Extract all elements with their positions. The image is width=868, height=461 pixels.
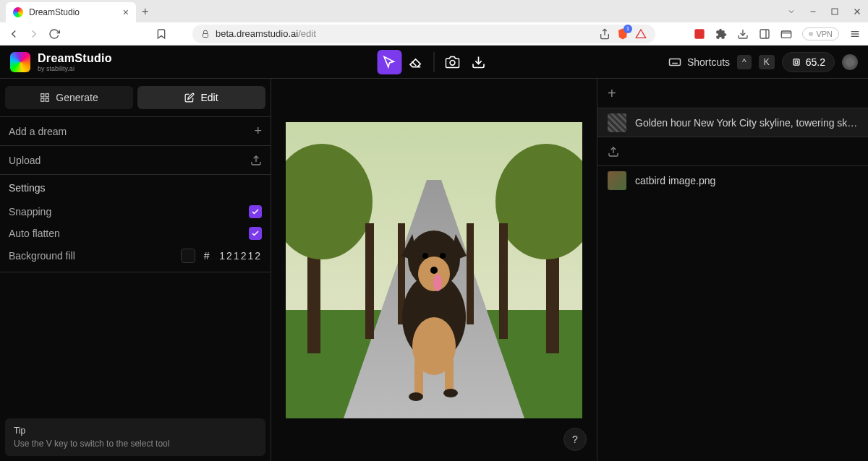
svg-point-47 — [422, 253, 428, 259]
kbd-ctrl: ^ — [737, 55, 752, 69]
app-logo — [10, 52, 30, 72]
canvas-area[interactable]: ? — [271, 79, 597, 461]
help-button[interactable]: ? — [563, 428, 587, 451]
address-bar[interactable]: beta.dreamstudio.ai/edit 1 — [192, 25, 655, 43]
vpn-status-dot — [809, 32, 813, 36]
svg-rect-6 — [695, 29, 705, 38]
minimize-icon[interactable] — [809, 7, 817, 16]
vpn-badge[interactable]: VPN — [802, 27, 839, 40]
svg-point-14 — [450, 60, 455, 65]
extensions-icon[interactable] — [715, 28, 727, 40]
lock-icon — [201, 30, 210, 38]
window-controls — [787, 7, 862, 17]
svg-rect-25 — [46, 94, 48, 97]
close-tab-icon[interactable]: × — [123, 7, 129, 18]
browser-toolbar: beta.dreamstudio.ai/edit 1 VPN — [0, 22, 868, 46]
add-dream-row[interactable]: Add a dream + — [0, 116, 271, 145]
hex-value: # 121212 — [204, 250, 262, 262]
shield-count-badge: 1 — [624, 25, 632, 33]
triangle-icon[interactable] — [635, 28, 647, 40]
svg-point-48 — [440, 253, 446, 259]
app-header: DreamStudio by stability.ai Shortcuts — [0, 46, 868, 79]
browser-tab[interactable]: DreamStudio × — [6, 2, 136, 22]
history-item-upload[interactable] — [597, 137, 868, 165]
download-tool[interactable] — [467, 50, 491, 74]
svg-point-49 — [430, 267, 438, 274]
svg-rect-22 — [793, 59, 799, 64]
back-button[interactable] — [7, 27, 20, 40]
auto-flatten-row: Auto flatten — [0, 223, 271, 244]
keyboard-icon — [668, 56, 681, 69]
user-avatar[interactable] — [842, 54, 858, 70]
upload-row[interactable]: Upload — [0, 145, 271, 174]
tip-box: Tip Use the V key to switch to the selec… — [5, 418, 265, 456]
bookmark-icon[interactable] — [155, 27, 168, 40]
select-tool[interactable] — [378, 50, 402, 74]
maximize-icon[interactable] — [830, 7, 839, 16]
forward-button[interactable] — [27, 27, 41, 40]
color-swatch[interactable] — [181, 249, 195, 263]
favicon — [13, 7, 23, 17]
right-sidebar: + Golden hour New York City skyline, tow… — [597, 79, 868, 461]
svg-rect-24 — [41, 94, 44, 97]
tip-text: Use the V key to switch to the select to… — [14, 439, 257, 449]
camera-tool[interactable] — [441, 50, 465, 74]
brave-shield-icon[interactable]: 1 — [616, 27, 629, 40]
canvas-image[interactable] — [286, 122, 582, 418]
new-tab-button[interactable]: + — [142, 5, 148, 18]
left-sidebar: Generate Edit Add a dream + Upload Setti… — [0, 79, 271, 461]
history-label: catbird image.png — [635, 175, 715, 186]
app-name: DreamStudio — [38, 52, 112, 65]
history-item[interactable]: Golden hour New York City skyline, tower… — [597, 108, 868, 137]
plus-icon: + — [254, 124, 262, 139]
eraser-tool[interactable] — [404, 50, 428, 74]
chip-icon — [791, 57, 801, 67]
grid-icon — [40, 92, 50, 103]
svg-rect-4 — [203, 33, 208, 37]
tab-edit[interactable]: Edit — [137, 86, 265, 109]
tab-title: DreamStudio — [29, 7, 117, 17]
svg-rect-1 — [832, 9, 838, 14]
history-thumb — [608, 113, 626, 132]
snapping-row: Snapping — [0, 201, 271, 223]
svg-rect-39 — [467, 223, 474, 324]
svg-rect-26 — [41, 98, 44, 101]
add-history-button[interactable]: + — [608, 85, 616, 102]
kbd-k: K — [759, 55, 775, 69]
svg-rect-10 — [782, 31, 791, 38]
svg-rect-8 — [760, 30, 769, 38]
close-window-icon[interactable] — [852, 7, 862, 17]
auto-flatten-toggle[interactable] — [249, 227, 262, 240]
svg-rect-16 — [669, 59, 680, 65]
todoist-icon[interactable] — [694, 28, 705, 40]
sidebar-icon[interactable] — [759, 28, 770, 40]
share-icon[interactable] — [599, 28, 610, 40]
right-sidebar-header: + — [597, 79, 868, 108]
history-thumb — [608, 171, 626, 190]
app-root: DreamStudio by stability.ai Shortcuts — [0, 46, 868, 461]
settings-title: Settings — [0, 174, 271, 201]
svg-rect-27 — [46, 98, 48, 101]
history-item[interactable]: catbird image.png — [597, 165, 868, 194]
reload-button[interactable] — [48, 27, 61, 40]
download-icon[interactable] — [737, 28, 749, 40]
svg-rect-38 — [499, 223, 508, 339]
toolbar-divider — [434, 52, 435, 72]
svg-rect-34 — [365, 223, 374, 339]
svg-rect-50 — [414, 361, 423, 397]
menu-icon[interactable] — [849, 28, 861, 40]
svg-point-46 — [433, 274, 442, 291]
tab-generate[interactable]: Generate — [5, 86, 133, 109]
url-host: beta.dreamstudio.ai/edit — [216, 28, 316, 39]
svg-point-52 — [409, 392, 423, 401]
wallet-icon[interactable] — [780, 28, 792, 40]
shortcuts-button[interactable]: Shortcuts — [668, 56, 730, 69]
upload-icon — [250, 155, 262, 166]
svg-point-53 — [443, 389, 458, 397]
snapping-toggle[interactable] — [249, 205, 262, 218]
history-label: Golden hour New York City skyline, tower… — [635, 117, 858, 129]
edit-icon — [184, 92, 195, 103]
credits-badge[interactable]: 65.2 — [782, 52, 835, 72]
chevron-down-icon[interactable] — [787, 7, 796, 16]
browser-tab-strip: DreamStudio × + — [0, 0, 868, 22]
